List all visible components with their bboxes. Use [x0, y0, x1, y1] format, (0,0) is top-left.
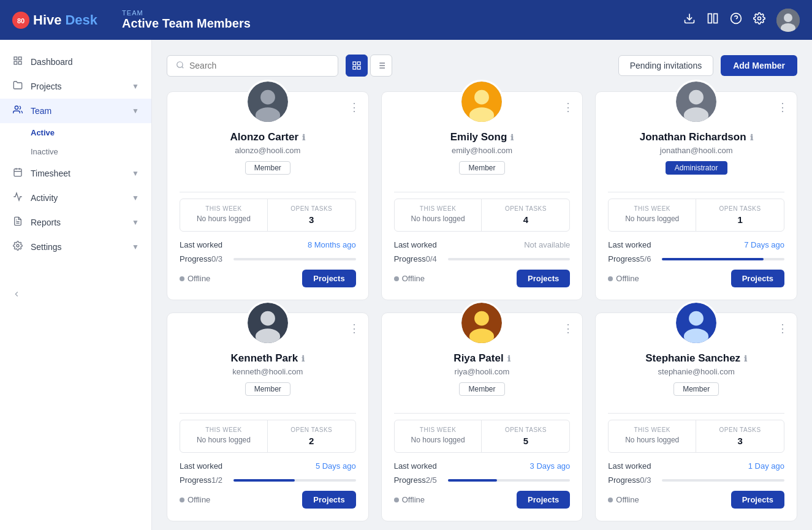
svg-rect-4 [714, 14, 718, 23]
member-info-icon[interactable]: ℹ [302, 354, 305, 363]
search-input[interactable] [189, 61, 329, 70]
card-stats: THIS WEEK No hours logged OPEN TASKS 4 [394, 199, 571, 232]
open-tasks-cell: OPEN TASKS 3 [696, 420, 784, 452]
member-info-icon[interactable]: ℹ [507, 354, 510, 363]
open-tasks-cell: OPEN TASKS 4 [482, 199, 569, 231]
member-info-icon[interactable]: ℹ [510, 133, 514, 142]
sidebar-timesheet-label: Timesheet [31, 168, 70, 178]
projects-button[interactable]: Projects [302, 270, 355, 287]
projects-button[interactable]: Projects [731, 491, 784, 509]
settings-icon[interactable] [753, 12, 765, 28]
open-tasks-label: OPEN TASKS [705, 205, 775, 212]
projects-button[interactable]: Projects [731, 270, 784, 287]
header-section-label: TEAM [122, 9, 683, 17]
member-info-icon[interactable]: ℹ [750, 133, 753, 142]
search-box[interactable] [167, 55, 338, 77]
activity-expand-icon: ▼ [132, 194, 139, 202]
svg-rect-16 [14, 169, 21, 176]
sidebar-item-inactive[interactable]: Inactive [31, 142, 151, 161]
member-info-icon[interactable]: ℹ [744, 354, 747, 363]
sidebar-collapse-btn[interactable] [0, 284, 151, 305]
last-worked-row: Last worked 5 Days ago [180, 461, 356, 471]
member-role-badge: Member [245, 161, 290, 175]
status-dot [394, 276, 399, 281]
sidebar-item-team[interactable]: Team ▼ [0, 99, 151, 123]
card-avatar [674, 80, 718, 124]
sidebar-item-settings[interactable]: Settings ▼ [0, 235, 151, 259]
sidebar-item-projects[interactable]: Projects ▼ [0, 74, 151, 99]
progress-label: Progress [608, 254, 640, 263]
team-icon [12, 105, 23, 117]
sidebar-team-submenu: Active Inactive [0, 123, 151, 161]
card-avatar [246, 80, 290, 124]
projects-button[interactable]: Projects [517, 491, 570, 509]
toolbar: Pending invitations Add Member [167, 55, 797, 77]
card-menu-button[interactable]: ⋮ [349, 100, 360, 114]
this-week-cell: THIS WEEK No hours logged [395, 420, 482, 452]
card-avatar-wrap [608, 80, 784, 124]
list-view-button[interactable] [370, 55, 392, 77]
member-card: ⋮ Stephanie Sanchez ℹ stephanie@hooli.co… [595, 312, 797, 521]
card-divider [608, 413, 784, 414]
status-label: Offline [608, 274, 639, 283]
sidebar-team-label: Team [31, 106, 51, 116]
card-menu-button[interactable]: ⋮ [563, 322, 574, 335]
member-name: Jonathan Richardson ℹ [608, 131, 784, 143]
member-email: riya@hooli.com [394, 367, 571, 376]
svg-point-42 [689, 90, 704, 105]
last-worked-label: Last worked [180, 461, 222, 471]
add-member-button[interactable]: Add Member [721, 55, 797, 76]
this-week-value: No hours logged [617, 214, 687, 223]
user-avatar[interactable] [776, 9, 800, 32]
sidebar-item-timesheet[interactable]: Timesheet ▼ [0, 161, 151, 186]
logo[interactable]: 80 HiveDesk [12, 12, 97, 29]
this-week-label: THIS WEEK [403, 205, 473, 212]
sidebar-item-active[interactable]: Active [31, 123, 151, 142]
download-icon[interactable] [683, 12, 696, 28]
svg-point-40 [469, 107, 494, 123]
card-avatar-wrap [394, 80, 571, 124]
card-menu-button[interactable]: ⋮ [349, 322, 360, 335]
sidebar-item-reports[interactable]: Reports ▼ [0, 210, 151, 235]
last-worked-value: 1 Day ago [748, 461, 784, 471]
this-week-label: THIS WEEK [403, 426, 473, 433]
card-menu-button[interactable]: ⋮ [563, 100, 574, 114]
projects-button[interactable]: Projects [517, 270, 570, 287]
grid-view-button[interactable] [346, 55, 368, 77]
status-label: Offline [180, 274, 210, 283]
progress-label: Progress [394, 475, 426, 485]
member-info-icon[interactable]: ℹ [302, 133, 305, 142]
progress-fill [662, 258, 764, 260]
member-name: Kenneth Park ℹ [180, 352, 356, 365]
svg-rect-11 [14, 57, 17, 60]
progress-text: 0/3 [211, 254, 222, 263]
this-week-label: THIS WEEK [189, 205, 259, 212]
sidebar-item-dashboard[interactable]: Dashboard [0, 50, 151, 74]
sidebar-item-activity[interactable]: Activity ▼ [0, 186, 151, 210]
header: 80 HiveDesk TEAM Active Team Members [0, 0, 812, 40]
svg-point-22 [17, 244, 19, 247]
card-menu-button[interactable]: ⋮ [777, 100, 788, 114]
open-tasks-cell: OPEN TASKS 1 [696, 199, 784, 231]
svg-point-36 [260, 90, 275, 105]
logo-icon: 80 [12, 12, 29, 29]
columns-icon[interactable] [707, 12, 719, 28]
progress-row: Progress 0/4 [394, 254, 571, 263]
member-email: kenneth@hooli.com [180, 367, 356, 376]
this-week-value: No hours logged [189, 214, 259, 223]
card-footer: Offline Projects [394, 270, 571, 287]
projects-expand-icon: ▼ [132, 82, 139, 91]
card-stats: THIS WEEK No hours logged OPEN TASKS 3 [608, 420, 784, 453]
svg-point-46 [256, 328, 280, 344]
projects-button[interactable]: Projects [302, 491, 355, 509]
status-dot [180, 498, 184, 502]
open-tasks-value: 3 [276, 214, 347, 225]
card-avatar-wrap [394, 301, 571, 345]
last-worked-label: Last worked [608, 240, 651, 249]
status-dot [394, 498, 399, 502]
help-icon[interactable] [730, 12, 742, 28]
this-week-value: No hours logged [403, 436, 473, 444]
pending-invitations-button[interactable]: Pending invitations [618, 55, 714, 76]
card-menu-button[interactable]: ⋮ [777, 322, 788, 335]
svg-point-23 [177, 61, 183, 67]
